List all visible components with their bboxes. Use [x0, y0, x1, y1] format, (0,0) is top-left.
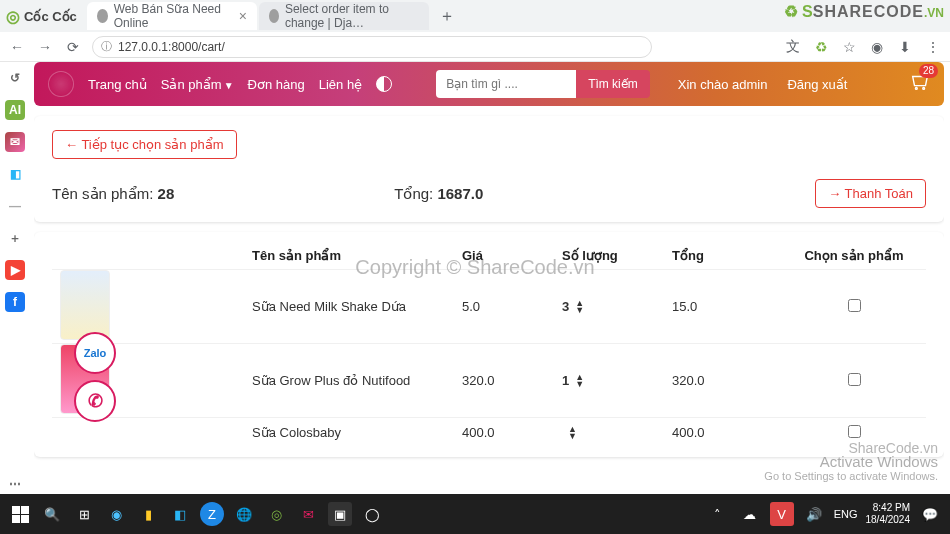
search-button[interactable]: Tìm kiếm: [576, 70, 650, 98]
history-icon[interactable]: ↺: [5, 68, 25, 88]
new-tab-button[interactable]: ＋: [431, 2, 463, 31]
qty-stepper[interactable]: ▲▼: [575, 300, 584, 314]
messenger-icon[interactable]: ✉: [296, 502, 320, 526]
browser-brand: ◎Cốc Cốc: [6, 7, 77, 26]
more-icon[interactable]: ⋯: [5, 474, 25, 494]
vscode-icon[interactable]: ◧: [168, 502, 192, 526]
facebook-icon[interactable]: f: [5, 292, 25, 312]
download-icon[interactable]: ⬇: [896, 39, 914, 55]
logo-icon: ♻: [784, 2, 798, 21]
menu-icon[interactable]: ⋮: [924, 39, 942, 55]
reload-icon[interactable]: ⟳: [64, 39, 82, 55]
info-icon: ⓘ: [101, 39, 112, 54]
row-total: 15.0: [672, 299, 782, 314]
qty-stepper[interactable]: ▲▼: [568, 426, 577, 440]
select-checkbox[interactable]: [848, 425, 861, 438]
col-total: Tổng: [672, 248, 782, 263]
windows-taskbar: 🔍 ⊞ ◉ ▮ ◧ Z 🌐 ◎ ✉ ▣ ◯ ˄ ☁ V 🔊 ENG 8:42 P…: [0, 494, 950, 534]
chevron-down-icon: ▼: [568, 433, 577, 440]
chevron-down-icon: ▼: [575, 307, 584, 314]
col-select: Chọn sản phẩm: [782, 248, 926, 263]
divider: ―: [5, 196, 25, 216]
obs-icon[interactable]: ◯: [360, 502, 384, 526]
taskbar-clock[interactable]: 8:42 PM18/4/2024: [866, 502, 911, 526]
table-row: Sữa Need Milk Shake Dứa 5.0 3 ▲▼ 15.0: [52, 269, 926, 343]
terminal-icon[interactable]: ▣: [328, 502, 352, 526]
task-view-icon[interactable]: ⊞: [72, 502, 96, 526]
tray-lang[interactable]: ENG: [834, 508, 858, 520]
explorer-icon[interactable]: ▮: [136, 502, 160, 526]
product-name: Sữa Grow Plus đỏ Nutifood: [252, 373, 462, 388]
theme-toggle-icon[interactable]: [376, 76, 392, 92]
search-icon[interactable]: 🔍: [40, 502, 64, 526]
sharecode-watermark: ♻ SSHARECODE.VN: [784, 2, 944, 21]
phone-call-bubble[interactable]: ✆: [74, 380, 116, 422]
start-icon[interactable]: [8, 502, 32, 526]
ai-icon[interactable]: AI: [5, 100, 25, 120]
col-qty: Số lượng: [562, 248, 672, 263]
product-price: 320.0: [462, 373, 562, 388]
cart-badge: 28: [919, 64, 938, 78]
col-name: Tên sản phẩm: [252, 248, 462, 263]
zalo-chat-bubble[interactable]: Zalo: [74, 332, 116, 374]
search-input[interactable]: [436, 70, 576, 98]
browser-tab[interactable]: Select order item to change | Dja…: [259, 2, 429, 30]
browser-tabstrip: ◎Cốc Cốc Web Bán Sữa Need Online × Selec…: [0, 0, 950, 32]
row-total: 320.0: [672, 373, 782, 388]
tray-chevron-icon[interactable]: ˄: [706, 502, 730, 526]
tab-title: Select order item to change | Dja…: [285, 2, 419, 30]
table-header: Tên sản phẩm Giá Số lượng Tổng Chọn sản …: [52, 242, 926, 269]
star-icon[interactable]: ☆: [840, 39, 858, 55]
back-icon[interactable]: ←: [8, 39, 26, 55]
tab-title: Web Bán Sữa Need Online: [114, 2, 227, 30]
nav-orders[interactable]: Đơn hàng: [248, 77, 305, 92]
translate-icon[interactable]: 文: [784, 38, 802, 56]
browser-tab[interactable]: Web Bán Sữa Need Online ×: [87, 2, 257, 30]
browser-sidebar: ↺ AI ✉ ◧ ― ＋ ▶ f ⋯: [0, 62, 30, 494]
select-checkbox[interactable]: [848, 373, 861, 386]
messenger-icon[interactable]: ✉: [5, 132, 25, 152]
nav-home[interactable]: Trang chủ: [88, 77, 147, 92]
item-count: Tên sản phẩm: 28: [52, 185, 174, 203]
product-name: Sữa Colosbaby: [252, 425, 462, 440]
product-name: Sữa Need Milk Shake Dứa: [252, 299, 462, 314]
extension-icon[interactable]: ♻: [812, 39, 830, 55]
col-price: Giá: [462, 248, 562, 263]
qty-cell: ▲▼: [562, 426, 672, 440]
site-navbar: Trang chủ Sản phẩm▼ Đơn hàng Liên hệ Tìm…: [34, 62, 944, 106]
product-price: 5.0: [462, 299, 562, 314]
chrome-icon[interactable]: 🌐: [232, 502, 256, 526]
close-icon[interactable]: ×: [239, 8, 247, 24]
site-logo[interactable]: [48, 71, 74, 97]
notifications-icon[interactable]: 💬: [918, 502, 942, 526]
logout-link[interactable]: Đăng xuất: [787, 77, 847, 92]
nav-contact[interactable]: Liên hệ: [319, 77, 362, 92]
checkout-button[interactable]: → Thanh Toán: [815, 179, 926, 208]
cart-summary-card: ← Tiếp tục chọn sản phẩm Tên sản phẩm: 2…: [34, 116, 944, 222]
table-row: Sữa Colosbaby 400.0 ▲▼ 400.0: [52, 417, 926, 447]
qty-cell: 3 ▲▼: [562, 299, 672, 314]
add-icon[interactable]: ＋: [5, 228, 25, 248]
nav-products[interactable]: Sản phẩm▼: [161, 77, 234, 92]
tray-cloud-icon[interactable]: ☁: [738, 502, 762, 526]
app-icon[interactable]: ◧: [5, 164, 25, 184]
cart-items-card: Tên sản phẩm Giá Số lượng Tổng Chọn sản …: [34, 232, 944, 457]
account-icon[interactable]: ◉: [868, 39, 886, 55]
tray-vivaldi-icon[interactable]: V: [770, 502, 794, 526]
qty-stepper[interactable]: ▲▼: [575, 374, 584, 388]
coccoc-icon[interactable]: ◎: [264, 502, 288, 526]
select-checkbox[interactable]: [848, 299, 861, 312]
youtube-icon[interactable]: ▶: [5, 260, 25, 280]
greeting-text: Xin chào admin: [678, 77, 768, 92]
continue-shopping-button[interactable]: ← Tiếp tục chọn sản phẩm: [52, 130, 237, 159]
edge-icon[interactable]: ◉: [104, 502, 128, 526]
cart-icon[interactable]: 28: [906, 68, 934, 96]
address-bar[interactable]: ⓘ 127.0.0.1:8000/cart/: [92, 36, 652, 58]
browser-toolbar: ← → ⟳ ⓘ 127.0.0.1:8000/cart/ 文 ♻ ☆ ◉ ⬇ ⋮: [0, 32, 950, 62]
product-price: 400.0: [462, 425, 562, 440]
forward-icon[interactable]: →: [36, 39, 54, 55]
chevron-down-icon: ▼: [575, 381, 584, 388]
zalo-icon[interactable]: Z: [200, 502, 224, 526]
tray-sound-icon[interactable]: 🔊: [802, 502, 826, 526]
row-total: 400.0: [672, 425, 782, 440]
